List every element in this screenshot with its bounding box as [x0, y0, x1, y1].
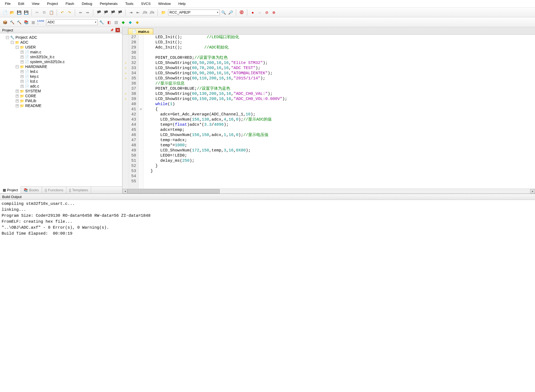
tree-expander[interactable]: +	[16, 104, 19, 107]
fold-toggle[interactable]	[139, 138, 143, 143]
find-icon[interactable]: 🔍	[220, 9, 227, 16]
marker[interactable]	[123, 143, 129, 148]
editor-tab-main[interactable]: 📄 main.c	[128, 28, 153, 34]
fold-toggle[interactable]	[139, 66, 143, 71]
project-tab-templates[interactable]: []Templates	[66, 187, 91, 193]
indent-icon[interactable]: ⇥	[128, 9, 134, 16]
breakpoint-disable-icon[interactable]: ○	[257, 9, 263, 16]
save-icon[interactable]: 💾	[16, 9, 22, 16]
editor-hscrollbar[interactable]: ◂ ▸	[123, 189, 535, 193]
bookmark-next-icon[interactable]: 🏴	[110, 9, 116, 16]
marker[interactable]: ⚠	[123, 91, 129, 96]
marker[interactable]	[123, 174, 129, 179]
tree-expander[interactable]: +	[21, 51, 24, 54]
scroll-track[interactable]	[220, 189, 530, 193]
tree-target[interactable]: −📁ADC	[1, 40, 121, 45]
tree-expander[interactable]: +	[21, 80, 24, 83]
menu-peripherals[interactable]: Peripherals	[96, 1, 121, 7]
fold-toggle[interactable]	[139, 35, 143, 40]
marker[interactable]: ⚠	[123, 71, 129, 76]
tree-expander[interactable]: −	[6, 36, 9, 39]
scroll-thumb[interactable]	[127, 189, 220, 193]
tree-group-core[interactable]: +📁CORE	[1, 93, 121, 98]
scroll-right-icon[interactable]: ▸	[530, 189, 535, 193]
marker[interactable]	[123, 132, 129, 138]
marker[interactable]	[123, 163, 129, 169]
fold-toggle[interactable]	[139, 179, 143, 184]
menu-edit[interactable]: Edit	[14, 1, 28, 7]
marker[interactable]	[123, 127, 129, 132]
marker[interactable]	[123, 158, 129, 163]
debug-icon[interactable]: ⓓ	[238, 9, 245, 16]
fold-toggle[interactable]	[139, 76, 143, 81]
marker[interactable]	[123, 81, 129, 86]
code-text[interactable]: LED_Init(); //LED端口初始化 LCD_Init(); Adc_I…	[143, 35, 535, 189]
menu-svcs[interactable]: SVCS	[137, 1, 154, 7]
marker[interactable]	[123, 138, 129, 143]
marker[interactable]: ⚠	[123, 66, 129, 71]
fold-margin[interactable]: ⊟	[139, 35, 143, 189]
tree-expander[interactable]: +	[21, 75, 24, 78]
marker[interactable]	[123, 102, 129, 107]
menu-tools[interactable]: Tools	[121, 1, 137, 7]
marker[interactable]: ⚠	[123, 60, 129, 66]
fold-toggle[interactable]	[139, 55, 143, 60]
fold-toggle[interactable]	[139, 71, 143, 76]
marker[interactable]	[123, 179, 129, 184]
fold-toggle[interactable]	[139, 143, 143, 148]
tree-group-user[interactable]: −📁USER	[1, 45, 121, 50]
tree-file[interactable]: +📄main.c	[1, 50, 121, 54]
download-icon[interactable]: LOAD↓	[37, 19, 44, 25]
tree-group-readme[interactable]: +📁README	[1, 103, 121, 108]
tree-file[interactable]: +📄stm32f10x_it.c	[1, 54, 121, 59]
manage-project-icon[interactable]: ◧	[106, 19, 112, 25]
fold-toggle[interactable]	[139, 86, 143, 91]
redo-icon[interactable]: ↷	[66, 9, 73, 16]
fold-toggle[interactable]: ⊟	[139, 107, 143, 112]
tree-expander[interactable]: +	[21, 85, 24, 88]
rebuild-icon[interactable]: 🔨	[16, 19, 22, 25]
search-combo[interactable]: RCC_APB2P ▾	[168, 9, 220, 15]
menu-flash[interactable]: Flash	[62, 1, 78, 7]
marker[interactable]	[123, 45, 129, 50]
marker[interactable]	[123, 86, 129, 91]
tree-expander[interactable]: +	[16, 95, 19, 98]
menu-help[interactable]: Help	[175, 1, 190, 7]
fold-toggle[interactable]	[139, 169, 143, 174]
project-tree[interactable]: −🔧Project: ADC−📁ADC−📁USER+📄main.c+📄stm32…	[0, 33, 122, 186]
uncomment-icon[interactable]: //≡	[149, 9, 155, 16]
code-editor[interactable]: ⚠⚠⚠⚠⚠⚠ 272829303132333435363738394041424…	[123, 35, 535, 189]
target-options-icon[interactable]: 🔧	[98, 19, 105, 25]
menu-project[interactable]: Project	[43, 1, 62, 7]
outdent-icon[interactable]: ⇤	[135, 9, 141, 16]
tree-expander[interactable]: +	[16, 90, 19, 93]
tree-file[interactable]: +📄adc.c	[1, 84, 121, 89]
fold-toggle[interactable]	[139, 40, 143, 45]
comment-icon[interactable]: //≡	[142, 9, 148, 16]
manage-rte-icon[interactable]: ◆	[120, 19, 126, 25]
tree-file[interactable]: +📄lcd.c	[1, 79, 121, 84]
marker[interactable]	[123, 112, 129, 117]
fold-toggle[interactable]	[139, 148, 143, 153]
fold-toggle[interactable]	[139, 158, 143, 163]
project-tab-project[interactable]: ▦Project	[0, 186, 21, 193]
fold-toggle[interactable]	[139, 81, 143, 86]
copy-icon[interactable]: ⧉	[41, 9, 47, 16]
bookmark-clear-icon[interactable]: 🏴	[117, 9, 123, 16]
tree-file[interactable]: +📄system_stm32f10x.c	[1, 59, 121, 64]
undo-icon[interactable]: ↶	[59, 9, 66, 16]
breakpoint-insert-icon[interactable]: ●	[249, 9, 256, 16]
tree-group-fwlib[interactable]: +📁FWLib	[1, 98, 121, 103]
fold-toggle[interactable]	[139, 60, 143, 66]
fold-toggle[interactable]	[139, 96, 143, 102]
select-pack-icon[interactable]: ◆	[127, 19, 133, 25]
stop-build-icon[interactable]: ▦	[30, 19, 36, 25]
menu-file[interactable]: File	[1, 1, 14, 7]
build-output-text[interactable]: compiling stm32f10x_usart.c... linking..…	[0, 200, 535, 238]
marker[interactable]	[123, 35, 129, 40]
nav-forward-icon[interactable]: ➡	[84, 9, 91, 16]
fold-toggle[interactable]	[139, 163, 143, 169]
tree-group-hardware[interactable]: −📁HARDWARE	[1, 64, 121, 69]
marker[interactable]	[123, 40, 129, 45]
marker[interactable]	[123, 50, 129, 55]
